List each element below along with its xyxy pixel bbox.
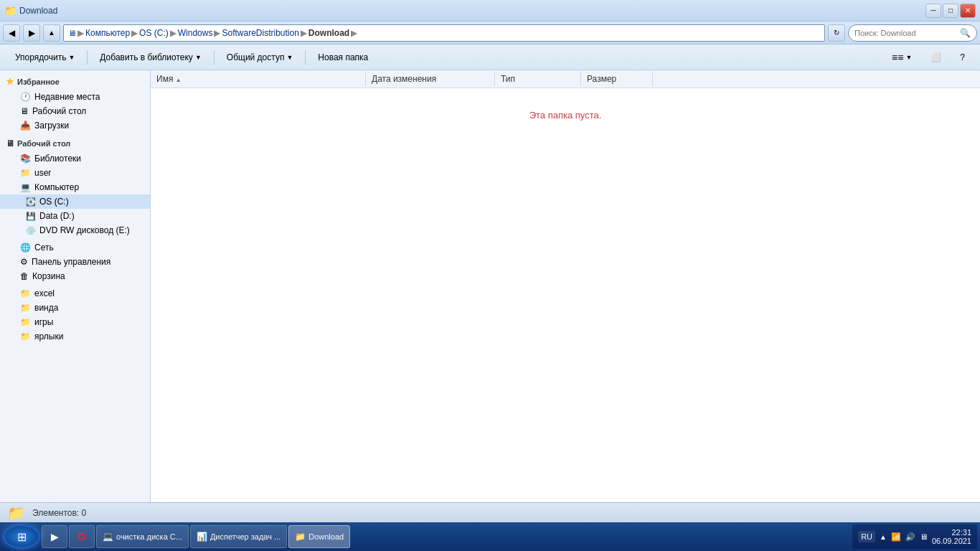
column-date[interactable]: Дата изменения xyxy=(366,72,495,86)
breadcrumb-bar[interactable]: 🖥 ▶ Компьютер ▶ OS (C:) ▶ Windows ▶ Soft… xyxy=(63,24,825,42)
desktop-section-icon: 🖥 xyxy=(6,138,14,149)
taskbar-opera-button[interactable]: O xyxy=(69,525,95,548)
add-library-dropdown-icon: ▼ xyxy=(195,54,202,61)
libraries-icon: 📚 xyxy=(20,154,31,164)
sidebar-item-user[interactable]: 📁 user xyxy=(0,166,150,180)
tray-expand-icon[interactable]: ▲ xyxy=(880,533,887,541)
column-type[interactable]: Тип xyxy=(495,72,581,86)
tray-clock[interactable]: 22:31 06.09.2021 xyxy=(932,528,971,545)
minimize-button[interactable]: ─ xyxy=(925,4,941,18)
osc-drive-icon: 💽 xyxy=(26,197,36,207)
datad-drive-icon: 💾 xyxy=(26,212,36,221)
sidebar-system-section: 🌐 Сеть ⚙ Панель управления 🗑 Корзина xyxy=(0,240,150,283)
toolbar-separator-1 xyxy=(87,50,88,65)
toolbar-separator-2 xyxy=(214,50,215,65)
folder-icon: 📁 xyxy=(4,5,17,17)
sidebar: ★ Избранное 🕐 Недавние места 🖥 Рабочий с… xyxy=(0,70,151,502)
column-size[interactable]: Размер xyxy=(581,72,653,86)
sidebar-favorites-section: ★ Избранное 🕐 Недавние места 🖥 Рабочий с… xyxy=(0,73,150,133)
refresh-button[interactable]: ↻ xyxy=(828,24,845,42)
sidebar-item-dvd[interactable]: 💿 DVD RW дисковод (E:) xyxy=(0,223,150,237)
diskcleaner-icon: 💻 xyxy=(103,532,113,542)
user-folder-icon: 📁 xyxy=(20,168,31,178)
toolbar-separator-3 xyxy=(305,50,306,65)
help-button[interactable]: ? xyxy=(952,47,973,67)
taskbar-diskcleaner-button[interactable]: 💻 очистка диска С... xyxy=(96,525,189,548)
breadcrumb-windows[interactable]: Windows xyxy=(178,28,213,38)
preview-button[interactable]: ⬜ xyxy=(923,47,949,67)
volume-icon[interactable]: 🔊 xyxy=(905,532,915,542)
network-icon: 🌐 xyxy=(20,242,31,253)
back-button[interactable]: ◀ xyxy=(3,24,20,42)
share-dropdown-icon: ▼ xyxy=(286,54,293,61)
taskmgr-icon: 📊 xyxy=(197,532,207,542)
up-button[interactable]: ▲ xyxy=(43,24,60,42)
preview-icon: ⬜ xyxy=(930,52,941,62)
close-button[interactable]: ✕ xyxy=(960,4,976,18)
breadcrumb-computer[interactable]: 🖥 xyxy=(68,29,76,37)
toolbar: Упорядочить ▼ Добавить в библиотеку ▼ Об… xyxy=(0,44,980,70)
desktop-icon: 🖥 xyxy=(20,106,29,116)
content-area[interactable]: Имя ▲ Дата изменения Тип Размер Эта папк… xyxy=(151,70,980,502)
opera-icon: O xyxy=(78,531,86,542)
column-headers: Имя ▲ Дата изменения Тип Размер xyxy=(151,70,980,88)
titlebar: 📁 Download ─ □ ✕ xyxy=(0,0,980,22)
breadcrumb-softwaredist[interactable]: SoftwareDistribution xyxy=(222,28,298,38)
computer-icon: 💻 xyxy=(20,182,31,192)
new-folder-button[interactable]: Новая папка xyxy=(310,47,376,67)
status-items-count: Элементов: 0 xyxy=(32,508,86,518)
taskbar-taskmgr-button[interactable]: 📊 Диспетчер задач ... xyxy=(190,525,287,548)
media-icon: ▶ xyxy=(51,531,59,542)
window-controls: ─ □ ✕ xyxy=(925,4,976,18)
system-tray: RU ▲ 📶 🔊 🖥 22:31 06.09.2021 xyxy=(852,524,977,549)
yarlyki-folder-icon: 📁 xyxy=(20,331,31,342)
trash-icon: 🗑 xyxy=(20,271,29,281)
main-area: ★ Избранное 🕐 Недавние места 🖥 Рабочий с… xyxy=(0,70,980,502)
statusbar: 📁 Элементов: 0 xyxy=(0,502,980,522)
sidebar-item-desktop[interactable]: 🖥 Рабочий стол xyxy=(0,104,150,118)
sidebar-bookmarks-section: 📁 excel 📁 винда 📁 игры 📁 ярлыки xyxy=(0,286,150,344)
add-library-button[interactable]: Добавить в библиотеку ▼ xyxy=(92,47,209,67)
sidebar-item-recycle[interactable]: 🗑 Корзина xyxy=(0,269,150,283)
igry-folder-icon: 📁 xyxy=(20,317,31,327)
breadcrumb-computer-text[interactable]: Компьютер xyxy=(85,28,130,38)
sidebar-item-downloads[interactable]: 📥 Загрузки xyxy=(0,118,150,133)
vinda-folder-icon: 📁 xyxy=(20,303,31,313)
sidebar-item-vinda[interactable]: 📁 винда xyxy=(0,301,150,315)
window-title: Download xyxy=(19,6,57,16)
sidebar-item-recent[interactable]: 🕐 Недавние места xyxy=(0,90,150,104)
column-name[interactable]: Имя ▲ xyxy=(151,72,366,86)
sidebar-item-controlpanel[interactable]: ⚙ Панель управления xyxy=(0,255,150,269)
sidebar-item-osc[interactable]: 💽 OS (C:) xyxy=(0,194,150,209)
sidebar-item-yarlyki[interactable]: 📁 ярлыки xyxy=(0,329,150,344)
view-dropdown-icon: ▼ xyxy=(905,54,912,61)
organize-button[interactable]: Упорядочить ▼ xyxy=(7,47,83,67)
maximize-button[interactable]: □ xyxy=(943,4,958,18)
dvd-icon: 💿 xyxy=(26,226,36,235)
sort-arrow: ▲ xyxy=(176,77,182,83)
language-button[interactable]: RU xyxy=(858,531,875,542)
titlebar-left: 📁 Download xyxy=(4,5,57,17)
view-button[interactable]: ≡≡ ▼ xyxy=(884,47,920,67)
breadcrumb-osc[interactable]: OS (C:) xyxy=(139,28,169,38)
search-input[interactable] xyxy=(854,29,957,37)
taskbar: ⊞ ▶ O 💻 очистка диска С... 📊 Диспетчер з… xyxy=(0,522,980,551)
sidebar-item-libraries[interactable]: 📚 Библиотеки xyxy=(0,151,150,166)
taskbar-download-button[interactable]: 📁 Download xyxy=(288,525,350,548)
taskbar-media-button[interactable]: ▶ xyxy=(42,525,67,548)
empty-folder-message: Эта папка пуста. xyxy=(151,110,980,121)
sidebar-item-igry[interactable]: 📁 игры xyxy=(0,315,150,329)
sidebar-item-datad[interactable]: 💾 Data (D:) xyxy=(0,209,150,223)
sidebar-item-excel[interactable]: 📁 excel xyxy=(0,286,150,301)
share-button[interactable]: Общий доступ ▼ xyxy=(219,47,301,67)
recent-places-icon: 🕐 xyxy=(20,92,31,102)
sidebar-desktop-header: 🖥 Рабочий стол xyxy=(0,136,150,151)
network-tray-icon: 🖥 xyxy=(920,532,928,541)
search-bar[interactable]: 🔍 xyxy=(848,24,977,42)
sidebar-item-network[interactable]: 🌐 Сеть xyxy=(0,240,150,255)
start-icon: ⊞ xyxy=(17,530,27,544)
start-button[interactable]: ⊞ xyxy=(3,524,40,549)
breadcrumb-download[interactable]: Download xyxy=(308,28,349,38)
sidebar-item-computer[interactable]: 💻 Компьютер xyxy=(0,180,150,194)
forward-button[interactable]: ▶ xyxy=(23,24,40,42)
